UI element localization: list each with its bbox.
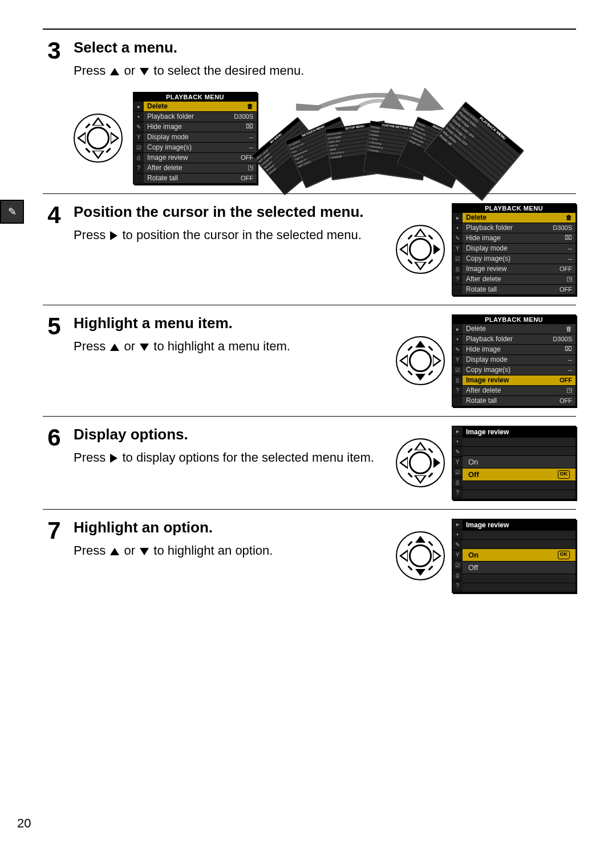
step-text: Press to display options for the selecte… xyxy=(74,449,386,466)
step-number: 4 xyxy=(43,203,66,227)
step-text: Press to position the cursor in the sele… xyxy=(74,227,386,244)
menu-tab-icon: • xyxy=(452,223,463,233)
option-menu-screenshot: ▸•✎Y☑⎙? Image review OnOKOff xyxy=(452,519,576,593)
step-text: Press or to highlight a menu item. xyxy=(74,338,386,355)
menu-row: Rotate tallOFF xyxy=(463,395,576,406)
menu-tab-icon: ▸ xyxy=(452,324,463,334)
menu-row: Hide image⌧ xyxy=(144,122,257,132)
menu-tab-icon: • xyxy=(452,437,463,447)
menu-row: Copy image(s)-- xyxy=(463,365,576,375)
multi-selector-illustration xyxy=(396,438,445,487)
menu-fan-illustration: MY MENUJPEG comprNEF (RAW)s:Assign FnAdd… xyxy=(268,92,473,184)
step-title: Highlight an option. xyxy=(74,519,386,536)
page-number: 20 xyxy=(17,816,31,831)
right-icon xyxy=(110,454,117,463)
up-icon xyxy=(110,68,119,75)
step-title: Highlight a menu item. xyxy=(74,314,386,332)
menu-tab-icon: ? xyxy=(452,274,463,285)
option-menu-screenshot: ▸•✎Y☑⎙? Image review OnOffOK xyxy=(452,426,576,500)
menu-tab-icon: ⎙ xyxy=(452,571,463,581)
menu-row: Image reviewOFF xyxy=(144,152,257,163)
menu-row: Image reviewOFF xyxy=(463,375,576,385)
menu-tab-icon: Y xyxy=(133,132,144,143)
step-4: 4 Position the cursor in the selected me… xyxy=(43,194,576,305)
menu-row: Copy image(s)-- xyxy=(463,253,576,264)
menu-row: Playback folderD300S xyxy=(144,111,257,122)
menu-tab-icon: ✎ xyxy=(452,345,463,355)
down-icon xyxy=(140,344,149,351)
menu-tab-icon: ? xyxy=(133,163,144,173)
menu-row: Rotate tallOFF xyxy=(463,284,576,294)
menu-row: Hide image⌧ xyxy=(463,344,576,354)
down-icon xyxy=(140,68,149,75)
step-number: 3 xyxy=(43,39,66,63)
menu-tab-icon: ✎ xyxy=(452,447,463,457)
menu-row: Delete🗑 xyxy=(463,213,576,223)
step-number: 6 xyxy=(43,426,66,450)
option-row: On xyxy=(463,456,576,469)
down-icon xyxy=(140,548,149,555)
menu-row: After delete◳ xyxy=(144,163,257,173)
menu-tab-icon: ? xyxy=(452,581,463,591)
option-row: OffOK xyxy=(463,469,576,481)
menu-tab-icon: ✎ xyxy=(452,540,463,550)
menu-tab-icon: ☑ xyxy=(452,254,463,264)
step-text: Press or to select the desired menu. xyxy=(74,62,576,79)
menu-tab-icon: • xyxy=(133,112,144,122)
menu-tab-icon: ⎙ xyxy=(452,264,463,274)
playback-menu-screenshot: PLAYBACK MENU ▸•✎Y☑⎙? Delete🗑Playback fo… xyxy=(452,314,576,407)
menu-tab-icon: ✎ xyxy=(452,233,463,244)
multi-selector-illustration xyxy=(396,336,445,385)
menu-tab-icon: Y xyxy=(452,550,463,560)
up-icon xyxy=(110,344,119,351)
menu-row: After delete◳ xyxy=(463,385,576,395)
menu-tab-icon: ⎙ xyxy=(133,153,144,163)
menu-row: Copy image(s)-- xyxy=(144,142,257,152)
multi-selector-illustration xyxy=(74,114,123,163)
menu-row: After delete◳ xyxy=(463,274,576,284)
ok-badge: OK xyxy=(558,551,570,559)
menu-tab-icon: ✎ xyxy=(133,122,144,132)
menu-tab-icon: Y xyxy=(452,244,463,254)
menu-row: Display mode-- xyxy=(144,132,257,142)
section-tab-icon: ✎ xyxy=(0,200,24,224)
menu-row: Playback folderD300S xyxy=(463,223,576,233)
menu-row: Delete🗑 xyxy=(463,324,576,334)
menu-tab-icon: ☑ xyxy=(452,365,463,375)
step-3: 3 Select a menu. Press or to select the … xyxy=(43,30,576,194)
page-content: 3 Select a menu. Press or to select the … xyxy=(43,29,576,602)
ok-badge: OK xyxy=(558,470,570,479)
menu-row: Hide image⌧ xyxy=(463,233,576,243)
step-number: 5 xyxy=(43,314,66,338)
menu-card: PLAYBACK MENUDelete D300SPlayback folder… xyxy=(424,102,524,200)
menu-row: Rotate tallOFF xyxy=(144,173,257,183)
multi-selector-illustration xyxy=(396,531,445,580)
step-title: Position the cursor in the selected menu… xyxy=(74,203,386,221)
menu-tab-icon: ☑ xyxy=(452,560,463,571)
menu-tab-icon: Y xyxy=(452,457,463,467)
step-number: 7 xyxy=(43,519,66,543)
menu-tab-icon: • xyxy=(452,334,463,345)
menu-row: Display mode-- xyxy=(463,243,576,253)
menu-tab-icon: ☑ xyxy=(133,143,144,153)
menu-tab-icon: ? xyxy=(452,386,463,396)
step-title: Select a menu. xyxy=(74,39,576,56)
playback-menu-screenshot: PLAYBACK MENU ▸•✎Y☑⎙? Delete🗑Playback fo… xyxy=(452,203,576,296)
option-row: Off xyxy=(463,562,576,574)
menu-tab-icon: ▸ xyxy=(133,102,144,112)
step-text: Press or to highlight an option. xyxy=(74,542,386,559)
menu-tab-icon: ⎙ xyxy=(452,375,463,386)
step-5: 5 Highlight a menu item. Press or to hig… xyxy=(43,305,576,417)
menu-row: Delete🗑 xyxy=(144,102,257,112)
step-7: 7 Highlight an option. Press or to highl… xyxy=(43,510,576,602)
menu-row: Image reviewOFF xyxy=(463,264,576,274)
menu-tab-icon: • xyxy=(452,530,463,540)
menu-tab-icon: ▸ xyxy=(452,519,463,530)
menu-tab-icon: Y xyxy=(452,355,463,365)
menu-tab-icon: ▸ xyxy=(452,426,463,437)
option-row: OnOK xyxy=(463,549,576,562)
up-icon xyxy=(110,548,119,555)
step-title: Display options. xyxy=(74,426,386,443)
menu-row: Playback folderD300S xyxy=(463,334,576,344)
menu-tab-icon: ⎙ xyxy=(452,478,463,488)
